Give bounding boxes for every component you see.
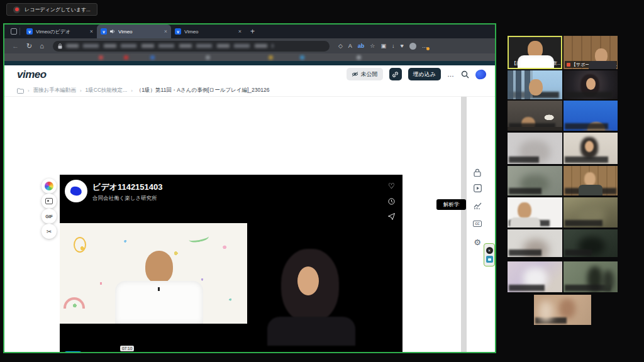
translate-icon[interactable]: ab xyxy=(358,43,365,49)
settings-rail-button[interactable]: ⚙ xyxy=(473,238,482,246)
tab-audio-icon[interactable] xyxy=(110,29,115,34)
play-button[interactable] xyxy=(64,351,82,352)
participant-name xyxy=(565,220,602,226)
close-icon[interactable]: × xyxy=(486,247,493,254)
back-icon[interactable]: ← xyxy=(12,42,19,50)
privacy-rail-button[interactable] xyxy=(473,168,482,177)
participant-tile[interactable] xyxy=(564,261,618,292)
participant-name xyxy=(509,220,550,226)
video-player[interactable]: ビデオ1142151403 合同会社働く楽しさ研究所 ♡ xyxy=(60,175,402,352)
favorite-site-icon[interactable] xyxy=(124,55,128,60)
avatar-scribble-icon xyxy=(70,185,83,196)
read-aloud-icon[interactable]: A xyxy=(348,43,352,49)
favorite-site-icon[interactable] xyxy=(357,55,361,60)
participant-tile[interactable] xyxy=(508,133,562,164)
browser-tab-1[interactable]: v Vimeoのビデオ × xyxy=(23,25,97,38)
video-frame-left-speaker xyxy=(60,223,247,324)
favorite-site-icon[interactable] xyxy=(300,55,304,60)
participant-tile[interactable] xyxy=(508,197,562,228)
vimeo-logo[interactable]: vimeo xyxy=(17,69,47,81)
favorite-site-icon[interactable] xyxy=(99,55,103,60)
privacy-label: 未公開 xyxy=(361,70,378,79)
participant-name xyxy=(565,156,608,163)
participant-tile[interactable] xyxy=(564,197,618,228)
home-icon[interactable]: ⌂ xyxy=(40,42,44,50)
copy-link-button[interactable] xyxy=(389,68,402,80)
refresh-icon[interactable]: ↻ xyxy=(26,42,32,50)
participant-tile[interactable] xyxy=(508,70,562,99)
channel-avatar[interactable] xyxy=(65,180,87,202)
breadcrumb-item[interactable]: 面接お手本編動画 xyxy=(33,87,76,94)
participant-tile[interactable] xyxy=(564,70,618,99)
like-heart-icon[interactable]: ♡ xyxy=(388,182,395,190)
favorites-icon[interactable]: ☆ xyxy=(370,43,375,49)
favorite-site-icon[interactable] xyxy=(150,55,155,60)
lock-icon xyxy=(58,43,62,49)
account-avatar[interactable] xyxy=(475,69,487,79)
folder-icon[interactable] xyxy=(17,88,24,94)
participant-tile[interactable] xyxy=(564,101,618,131)
participant-tile[interactable]: 【講師】八阪 義浩＠京... xyxy=(508,36,562,69)
recording-indicator[interactable]: レコーディングしています... xyxy=(6,3,97,16)
browser-tab-3[interactable]: v Vimeo × xyxy=(171,25,245,38)
video-channel-name[interactable]: 合同会社働く楽しさ研究所 xyxy=(92,195,157,202)
tab-label: Vimeoのビデオ xyxy=(36,28,87,35)
new-tab-button[interactable]: + xyxy=(250,27,255,36)
browser-essentials-icon[interactable]: ♥ xyxy=(400,43,403,49)
participant-name: 【講師】八阪 義浩＠京... xyxy=(510,60,560,67)
image-icon xyxy=(45,198,53,204)
gif-button[interactable]: GIF xyxy=(42,209,57,224)
participant-name xyxy=(535,317,567,324)
trim-button[interactable]: ✂ xyxy=(42,224,57,239)
more-options-icon[interactable]: … xyxy=(447,70,455,78)
participant-tile[interactable] xyxy=(564,229,618,257)
search-icon[interactable] xyxy=(461,70,469,79)
participant-tile[interactable] xyxy=(508,101,562,131)
share-icon[interactable] xyxy=(388,213,395,220)
close-tab-icon[interactable]: × xyxy=(238,28,242,35)
participant-tile[interactable] xyxy=(508,261,562,292)
participant-tile[interactable] xyxy=(564,166,618,195)
watch-later-icon[interactable] xyxy=(388,198,395,205)
participant-tile[interactable] xyxy=(534,295,591,325)
page-top-band xyxy=(4,61,495,65)
notification-badge xyxy=(426,47,430,50)
profile-avatar[interactable] xyxy=(409,43,416,50)
color-wheel-icon xyxy=(45,182,53,190)
privacy-button[interactable]: 未公開 xyxy=(347,68,383,80)
tag-icon[interactable]: ◇ xyxy=(338,43,343,49)
participant-name: 【サポータ】木上（き... xyxy=(565,61,617,68)
analytics-tooltip: 解析学 xyxy=(436,199,466,210)
video-rail-button[interactable] xyxy=(473,184,482,192)
tab-actions-icon[interactable] xyxy=(11,28,17,35)
thumbnail-button[interactable] xyxy=(42,194,57,209)
lock-icon xyxy=(474,168,481,177)
embed-button[interactable]: 埋め込み xyxy=(408,68,441,80)
favorite-site-icon[interactable] xyxy=(206,55,210,60)
browser-menu-icon[interactable]: … xyxy=(422,43,428,49)
tab-label: Vimeo xyxy=(118,29,161,35)
share-side-widget: × xyxy=(484,243,495,266)
browser-toolbar: ← ↻ ⌂ ◇ A ab ☆ ▣ ↓ ♥ … xyxy=(4,38,495,53)
recording-label: レコーディングしています... xyxy=(25,6,91,13)
close-tab-icon[interactable]: × xyxy=(90,28,93,35)
captions-rail-button[interactable]: CC xyxy=(473,219,482,228)
participant-tile[interactable] xyxy=(564,133,618,164)
participant-tile[interactable] xyxy=(508,166,562,195)
address-bar[interactable] xyxy=(53,41,330,52)
favorite-site-icon[interactable] xyxy=(269,55,273,60)
vimeo-header: vimeo 未公開 埋め込み … xyxy=(4,65,495,85)
video-panel-icon[interactable] xyxy=(486,256,493,263)
color-wheel-button[interactable] xyxy=(42,178,57,194)
collections-icon[interactable]: ▣ xyxy=(380,43,386,49)
analytics-rail-button[interactable] xyxy=(473,201,482,210)
participant-tile[interactable] xyxy=(508,229,562,257)
breadcrumb-item[interactable]: 1級CC技能検定... xyxy=(86,87,128,94)
close-tab-icon[interactable]: × xyxy=(164,28,167,35)
downloads-icon[interactable]: ↓ xyxy=(392,43,395,49)
page-scrollbar[interactable] xyxy=(461,97,467,352)
participant-tile[interactable]: 【サポータ】木上（き... xyxy=(564,36,618,69)
browser-tab-2-active[interactable]: v Vimeo × xyxy=(97,25,171,38)
participant-name xyxy=(565,250,592,256)
extensions-row: ◇ A ab ☆ ▣ ↓ ♥ … xyxy=(338,43,428,50)
